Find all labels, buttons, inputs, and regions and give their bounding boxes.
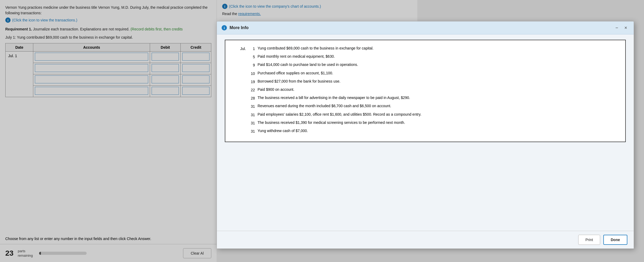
transaction-item: 31Paid employees' salaries $2,100, offic… (233, 112, 617, 118)
modal-minimize-button[interactable]: − (614, 25, 620, 31)
tx-month: Jul. (233, 46, 249, 52)
modal-title: More Info (230, 25, 611, 30)
tx-day: 5 (249, 54, 258, 60)
transaction-item: 19Borrowed $27,000 from the bank for bus… (233, 79, 617, 85)
tx-description: Yung withdrew cash of $7,000. (258, 128, 617, 134)
tx-day: 31 (249, 103, 258, 110)
tx-day: 10 (249, 70, 258, 77)
transaction-item: 28The business received a bill for adver… (233, 95, 617, 102)
transaction-item: 31Revenues earned during the month inclu… (233, 103, 617, 110)
modal-body: Jul.1Yung contributed $69,000 cash to th… (217, 34, 634, 231)
tx-day: 31 (249, 120, 258, 127)
tx-description: Yung contributed $69,000 cash to the bus… (258, 46, 617, 51)
tx-day: 31 (249, 112, 258, 118)
done-button[interactable]: Done (603, 235, 627, 245)
transaction-item: 22Paid $900 on account. (233, 87, 617, 93)
modal-dialog: i More Info − × Jul.1Yung contributed $6… (217, 21, 634, 249)
transaction-item: Jul.1Yung contributed $69,000 cash to th… (233, 46, 617, 52)
tx-description: Purchased office supplies on account, $1… (258, 70, 617, 76)
tx-day: 28 (249, 95, 258, 102)
tx-day: 9 (249, 62, 258, 69)
tx-day: 31 (249, 128, 258, 135)
tx-description: Paid monthly rent on medical equipment, … (258, 54, 617, 59)
modal-info-icon: i (222, 25, 227, 30)
transaction-item: 10Purchased office supplies on account, … (233, 70, 617, 77)
modal-close-button[interactable]: × (623, 25, 629, 31)
tx-description: Paid $14,000 cash to purchase land to be… (258, 62, 617, 67)
tx-description: The business received $1,390 for medical… (258, 120, 617, 125)
tx-day: 1 (249, 46, 258, 52)
modal-header: i More Info − × (217, 21, 634, 34)
tx-description: Paid employees' salaries $2,100, office … (258, 112, 617, 117)
transaction-item: 31The business received $1,390 for medic… (233, 120, 617, 127)
tx-day: 19 (249, 79, 258, 85)
transaction-item: 5Paid monthly rent on medical equipment,… (233, 54, 617, 60)
print-button[interactable]: Print (578, 235, 600, 245)
transaction-item: 31Yung withdrew cash of $7,000. (233, 128, 617, 135)
tx-day: 22 (249, 87, 258, 93)
tx-description: Paid $900 on account. (258, 87, 617, 92)
transaction-item: 9Paid $14,000 cash to purchase land to b… (233, 62, 617, 69)
transactions-box: Jul.1Yung contributed $69,000 cash to th… (225, 40, 626, 142)
modal-footer: Print Done (217, 231, 634, 249)
tx-description: The business received a bill for adverti… (258, 95, 617, 101)
tx-description: Borrowed $27,000 from the bank for busin… (258, 79, 617, 84)
tx-description: Revenues earned during the month include… (258, 103, 617, 109)
